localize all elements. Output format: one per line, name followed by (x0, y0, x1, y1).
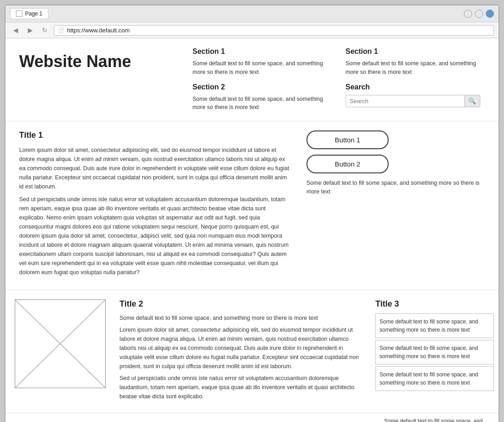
browser-window: Page 1 ◀ ▶ ↻ 📄 https://www.default.com W… (5, 5, 499, 422)
bottom-text2a: Some default text to fill some space, an… (120, 313, 362, 323)
close-button[interactable] (486, 10, 494, 18)
col1-section1-text: Some default text to fill some space, an… (192, 59, 327, 77)
maximize-button[interactable] (475, 10, 483, 18)
url-text: https://www.default.com (67, 27, 130, 34)
minimize-button[interactable] (464, 10, 472, 18)
main-side-text: Some default text to fill some space, an… (307, 179, 480, 196)
tab-favicon (16, 10, 22, 17)
header-logo: Website Name (19, 47, 179, 112)
window-controls (464, 10, 494, 18)
address-bar[interactable]: 📄 https://www.default.com (54, 25, 494, 36)
bottom-image (15, 299, 106, 388)
browser-titlebar: Page 1 (5, 5, 499, 22)
title3: Title 3 (375, 299, 494, 309)
bottom-section: Title 2 Some default text to fill some s… (5, 290, 499, 413)
col2-section1-text: Some default text to fill some space, an… (346, 59, 481, 77)
title2: Title 2 (120, 299, 362, 309)
text-box-1: Some default text to fill some space, an… (375, 313, 494, 338)
col1-section2-title: Section 2 (192, 83, 327, 91)
page-content: Website Name Section 1 Some default text… (5, 38, 499, 422)
button2[interactable]: Button 2 (307, 155, 389, 173)
main-left: Title 1 Lorem ipsum dolor sit amet, cons… (19, 130, 293, 281)
outside-text: Some default text to fill some space, an… (5, 413, 499, 422)
main-paragraph1: Lorem ipsum dolor sit amet, consectetur … (19, 146, 293, 191)
main-title: Title 1 (19, 130, 293, 140)
col2-section1-title: Section 1 (346, 47, 481, 56)
search-box[interactable]: 🔍 (346, 95, 481, 107)
search-button[interactable]: 🔍 (464, 95, 480, 107)
col1-section2-text: Some default text to fill some space, an… (192, 95, 327, 112)
header-section: Website Name Section 1 Some default text… (5, 38, 499, 121)
address-icon: 📄 (58, 27, 64, 33)
outside-text-value: Some default text to fill some space, an… (384, 417, 489, 422)
header-col2: Section 1 Some default text to fill some… (341, 47, 485, 112)
text-box-2: Some default text to fill some space, an… (375, 340, 494, 365)
site-title: Website Name (19, 52, 179, 71)
text-box-3: Some default text to fill some space, an… (375, 366, 494, 391)
col1-section1-title: Section 1 (192, 47, 327, 56)
bottom-text2b: Lorem ipsum dolor sit amet, consectetur … (120, 325, 362, 371)
browser-toolbar: ◀ ▶ ↻ 📄 https://www.default.com (5, 22, 499, 38)
bottom-text2c: Sed ut perspiciatis unde omnis iste natu… (120, 374, 362, 401)
bottom-middle: Title 2 Some default text to fill some s… (115, 299, 366, 404)
button1[interactable]: Button 1 (307, 130, 389, 149)
search-label: Search (346, 83, 481, 91)
main-paragraph2: Sed ut perspiciatis unde omnis iste natu… (19, 195, 293, 277)
search-input[interactable] (346, 95, 465, 107)
bottom-right: Title 3 Some default text to fill some s… (375, 299, 494, 404)
header-col1: Section 1 Some default text to fill some… (188, 47, 332, 112)
back-button[interactable]: ◀ (10, 25, 21, 36)
main-section: Title 1 Lorem ipsum dolor sit amet, cons… (5, 121, 499, 290)
refresh-button[interactable]: ↻ (39, 25, 50, 36)
main-right: Button 1 Button 2 Some default text to f… (302, 130, 485, 281)
forward-button[interactable]: ▶ (25, 25, 36, 36)
tab-label: Page 1 (25, 10, 42, 17)
browser-tab[interactable]: Page 1 (10, 8, 48, 19)
